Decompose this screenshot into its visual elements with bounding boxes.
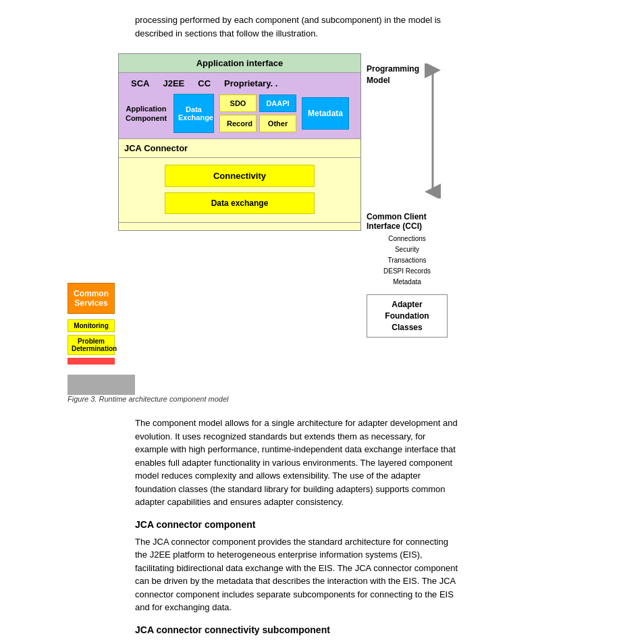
horiz-arrow-svg [68, 375, 135, 395]
cci-item-transactions: Transactions [367, 255, 448, 266]
app-interface-bar: Application interface [119, 54, 360, 73]
cci-container: Common Client Interface (CCI) Connection… [367, 205, 448, 288]
adapter-cols: Connectivity Data exchange [124, 162, 355, 218]
cc-label: CC [198, 78, 211, 88]
proprietary-label: Proprietary. . [224, 78, 277, 88]
metadata-box: Metadata [302, 97, 349, 130]
record-other-row: Record Other [219, 115, 296, 132]
left-column: Common Services Monitoring Problem Deter… [68, 53, 118, 365]
body-paragraph-2: The JCA connector component provides the… [135, 535, 459, 614]
cci-label: Common Client Interface (CCI) [367, 212, 448, 231]
jca-connector-section: JCA Connector [119, 139, 360, 158]
section-heading-jca-connector: JCA connector component [135, 519, 617, 530]
right-column: Programming Model [367, 53, 448, 338]
big-vertical-arrow [425, 63, 441, 198]
sdo-daapi-grid: SDO DAAPI Record Other [219, 95, 296, 132]
section-heading-connectivity: JCA connector connectivity subcomponent [135, 624, 617, 635]
adapter-foundation-box: Adapter Foundation Classes [367, 294, 448, 338]
adapter-foundation-section: Connectivity Data exchange [119, 158, 360, 222]
app-exchange-row: Application Component Data Exchange SDO … [124, 94, 355, 133]
common-services-box: Common Services [68, 283, 115, 314]
problem-determination-box: Problem Determination [68, 335, 115, 355]
horiz-arrow-container [68, 375, 617, 395]
programming-model-label: Programming Model [367, 63, 421, 86]
sca-label: SCA [131, 78, 149, 88]
purple-section: SCA J2EE CC Proprietary. . Application C… [119, 73, 360, 139]
red-bar [68, 358, 115, 365]
bottom-bar [119, 222, 360, 230]
data-exchange-box: Data Exchange [173, 94, 214, 133]
cci-sub-list: Connections Security Transactions DESPI … [367, 234, 448, 288]
cci-item-connections: Connections [367, 234, 448, 244]
cci-item-security: Security [367, 244, 448, 255]
monitoring-box: Monitoring [68, 319, 115, 332]
sca-row: SCA J2EE CC Proprietary. . [124, 78, 355, 88]
cci-item-metadata: Metadata [367, 277, 448, 288]
body-paragraph-3: The connectivity subcomponent of the JCA… [135, 641, 459, 645]
intro-paragraph: processing performed by each component (… [135, 14, 459, 40]
figure-caption: Figure 3. Runtime architecture component… [68, 395, 617, 403]
record-box: Record [219, 115, 257, 132]
sdo-daapi-top-row: SDO DAAPI [219, 95, 296, 112]
app-component-label: Application Component [124, 104, 168, 124]
other-box: Other [259, 115, 296, 132]
architecture-diagram: Common Services Monitoring Problem Deter… [68, 53, 617, 365]
daapi-box: DAAPI [259, 95, 296, 112]
connectivity-box: Connectivity [165, 165, 315, 187]
data-exchange-yellow-box: Data exchange [165, 192, 315, 214]
cci-item-despi: DESPI Records [367, 266, 448, 277]
sdo-box: SDO [219, 95, 257, 112]
center-column: Application interface SCA J2EE CC Propri… [118, 53, 361, 231]
body-paragraph-1: The component model allows for a single … [135, 417, 459, 509]
j2ee-label: J2EE [163, 78, 184, 88]
